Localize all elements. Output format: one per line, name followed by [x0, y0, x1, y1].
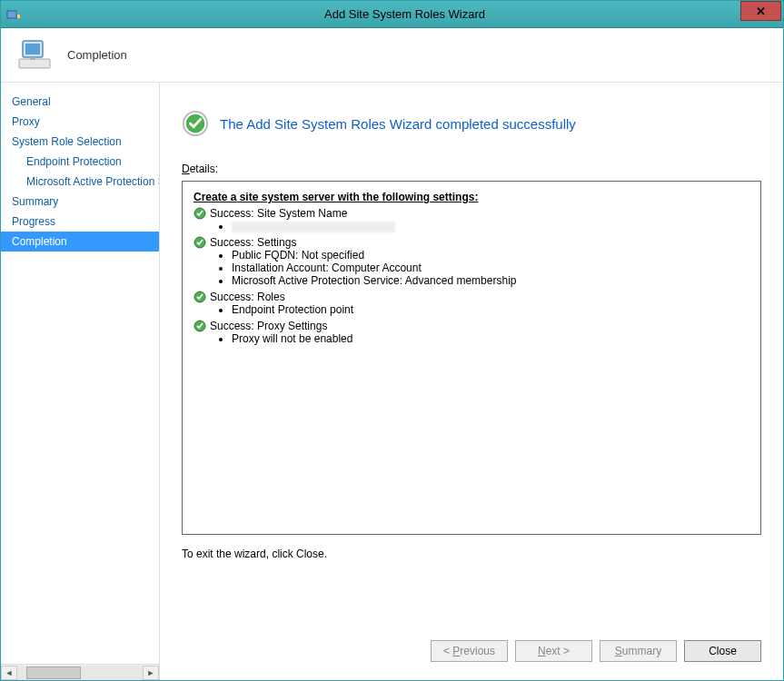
scroll-thumb[interactable]: [26, 666, 81, 679]
success-check-icon: [182, 110, 209, 137]
wizard-nav: GeneralProxySystem Role SelectionEndpoin…: [1, 83, 159, 664]
result-label: Success: Roles: [210, 291, 285, 303]
check-icon: [194, 236, 206, 249]
close-icon: ✕: [756, 5, 766, 18]
result-label: Success: Settings: [210, 236, 296, 249]
previous-button: < Previous: [431, 640, 508, 662]
exit-hint: To exit the wizard, click Close.: [182, 548, 761, 560]
svg-rect-3: [25, 44, 40, 54]
result-sublist: Endpoint Protection point: [221, 303, 749, 316]
svg-rect-5: [30, 57, 35, 60]
result-bullet: Proxy will not be enabled: [232, 332, 749, 345]
wizard-header: Completion: [1, 28, 783, 83]
check-icon: [194, 320, 206, 332]
wizard-main: The Add Site System Roles Wizard complet…: [160, 83, 783, 680]
computer-icon: [17, 37, 54, 74]
result-label: Success: Site System Name: [210, 207, 347, 220]
result-sublist: Public FQDN: Not specifiedInstallation A…: [221, 249, 749, 287]
nav-item-completion[interactable]: Completion: [1, 232, 159, 252]
details-heading: Create a site system server with the fol…: [194, 191, 749, 203]
scroll-left-button[interactable]: ◄: [1, 666, 17, 680]
close-button[interactable]: Close: [684, 640, 761, 662]
next-button: Next >: [515, 640, 592, 662]
result-sublist: Proxy will not be enabled: [221, 332, 749, 345]
nav-item-general[interactable]: General: [1, 92, 159, 112]
check-icon: [194, 207, 206, 220]
success-banner: The Add Site System Roles Wizard complet…: [182, 110, 761, 137]
wizard-buttons: < Previous Next > Summary Close: [431, 640, 761, 662]
app-icon: [6, 7, 21, 22]
content-area: GeneralProxySystem Role SelectionEndpoin…: [1, 83, 783, 680]
window-close-button[interactable]: ✕: [740, 1, 781, 21]
nav-item-system-role-selection[interactable]: System Role Selection: [1, 132, 159, 152]
nav-item-summary[interactable]: Summary: [1, 192, 159, 212]
summary-button: Summary: [600, 640, 677, 662]
result-bullet: Endpoint Protection point: [232, 303, 749, 316]
result-sublist: [221, 220, 749, 232]
result-label: Success: Proxy Settings: [210, 320, 327, 332]
titlebar: Add Site System Roles Wizard ✕: [1, 1, 783, 28]
scroll-right-button[interactable]: ►: [143, 666, 159, 680]
result-bullet: Public FQDN: Not specified: [232, 249, 749, 262]
window-title: Add Site System Roles Wizard: [26, 7, 783, 21]
page-title: Completion: [67, 48, 127, 62]
nav-item-proxy[interactable]: Proxy: [1, 112, 159, 132]
svg-rect-4: [19, 59, 50, 68]
wizard-sidebar: GeneralProxySystem Role SelectionEndpoin…: [1, 83, 160, 680]
nav-item-progress[interactable]: Progress: [1, 212, 159, 232]
result-item: Success: Site System Name: [194, 207, 749, 220]
nav-item-endpoint-protection[interactable]: Endpoint Protection: [1, 152, 159, 172]
redacted-value: [232, 222, 395, 232]
nav-item-microsoft-active-protection-service[interactable]: Microsoft Active Protection Service: [1, 172, 159, 192]
scroll-track[interactable]: [17, 666, 143, 680]
details-label: Details:: [182, 163, 761, 175]
check-icon: [194, 291, 206, 303]
result-item: Success: Settings: [194, 236, 749, 249]
result-bullet: Installation Account: Computer Account: [232, 262, 749, 274]
sidebar-scrollbar[interactable]: ◄ ►: [1, 664, 159, 680]
result-item: Success: Proxy Settings: [194, 320, 749, 332]
details-box: Create a site system server with the fol…: [182, 181, 761, 535]
result-bullet: [232, 220, 749, 232]
success-message: The Add Site System Roles Wizard complet…: [220, 116, 576, 132]
svg-rect-1: [17, 15, 20, 18]
result-bullet: Microsoft Active Protection Service: Adv…: [232, 274, 749, 287]
svg-rect-0: [7, 11, 16, 18]
result-item: Success: Roles: [194, 291, 749, 303]
